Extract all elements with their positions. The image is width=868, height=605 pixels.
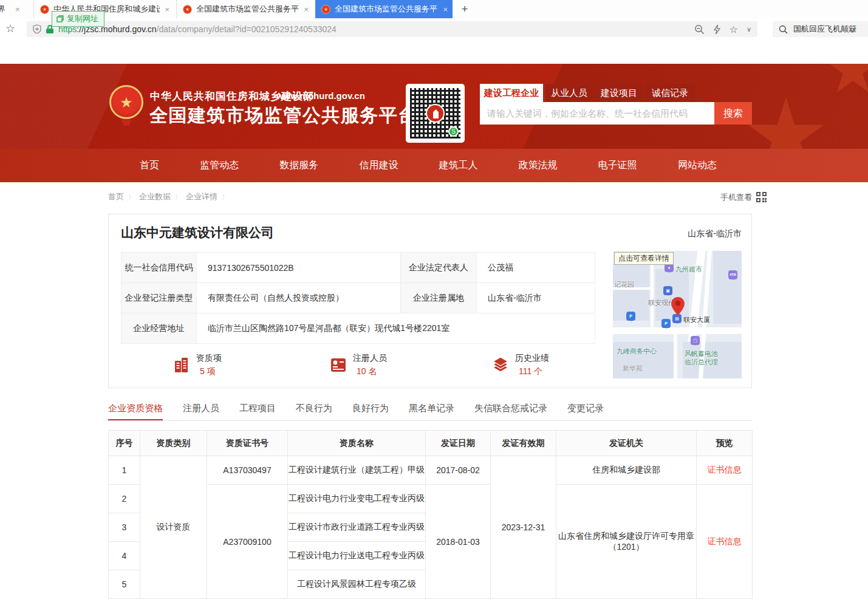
- tab-dishonesty[interactable]: 失信联合惩戒记录: [474, 403, 547, 420]
- cell-cert-no: A237009100: [207, 485, 288, 599]
- wechat-mini-icon: S: [448, 126, 459, 137]
- tab-blacklist[interactable]: 黑名单记录: [409, 403, 454, 420]
- cell-qual-name: 工程设计市政行业道路工程专业丙级: [288, 513, 426, 542]
- emblem-favicon-icon: ★: [40, 5, 49, 14]
- nav-policy[interactable]: 政策法规: [519, 159, 558, 172]
- crumb-company-data[interactable]: 企业数据: [139, 192, 171, 201]
- tab-close-icon[interactable]: ×: [443, 5, 448, 14]
- crumb-home[interactable]: 首页: [108, 192, 124, 201]
- authority-line: 山东省住房和城乡建设厅许可专用章: [556, 531, 696, 542]
- table-row: 1 设计资质 A137030497 工程设计建筑行业（建筑工程）甲级 2017-…: [109, 456, 753, 485]
- stat-qualifications[interactable]: 资质项 5 项: [173, 353, 222, 377]
- cell-authority: 住房和城乡建设部: [556, 456, 697, 485]
- url-field[interactable]: https://jzsc.mohurd.gov.cn/data/company/…: [27, 21, 757, 37]
- stat-history-performance[interactable]: 历史业绩 111 个: [491, 353, 549, 377]
- cert-info-link[interactable]: 证书信息: [708, 536, 742, 546]
- info-value: 山东省-临沂市: [477, 283, 595, 313]
- cell-issue-date: 2017-08-02: [426, 456, 491, 485]
- tab-title: 全国建筑市场监管公共服务平台: [196, 4, 299, 15]
- cell-seq: 2: [109, 485, 140, 513]
- tab-registered-personnel[interactable]: 注册人员: [183, 403, 219, 420]
- stat-value: 10 名: [353, 366, 387, 377]
- chevron-down-icon[interactable]: ∨: [747, 26, 751, 33]
- bookmark-star-icon[interactable]: ☆: [5, 22, 15, 35]
- nav-e-license[interactable]: 电子证照: [598, 159, 637, 172]
- info-value: 临沂市兰山区陶然路107号星河晶都（联安）现代城1号楼2201室: [197, 313, 595, 344]
- authority-line: （1201）: [556, 542, 696, 553]
- lightning-icon[interactable]: [713, 24, 721, 35]
- copy-url-tooltip[interactable]: 复制网址: [52, 11, 104, 27]
- search-tab-enterprise[interactable]: 建设工程企业: [480, 84, 543, 102]
- tab-close-icon[interactable]: ×: [304, 5, 309, 14]
- atm-poi-icon: ATM: [728, 270, 737, 279]
- nav-data-service[interactable]: 数据服务: [279, 159, 318, 172]
- tab-bad-behavior[interactable]: 不良行为: [296, 403, 332, 420]
- search-icon: [779, 25, 788, 34]
- tab-change-records[interactable]: 变更记录: [567, 403, 604, 420]
- location-map[interactable]: 点击可查看详情 ♦ 九州超市 ATM 记花园 ▣ 联安现代城 ▤ 联安大厦 P …: [613, 251, 742, 378]
- map-label: 风帆蓄电池: [685, 349, 718, 358]
- company-card: 山东中元建筑设计有限公司 山东省-临沂市 统一社会信用代码 9137130267…: [108, 214, 752, 388]
- breadcrumb-separator: 〉: [222, 193, 228, 200]
- nav-home[interactable]: 首页: [140, 159, 159, 172]
- stat-registered-personnel[interactable]: 注册人员 10 名: [329, 353, 387, 377]
- search-tab-project[interactable]: 建设项目: [595, 84, 643, 102]
- map-tooltip[interactable]: 点击可查看详情: [614, 252, 674, 265]
- breadcrumb-separator: 〉: [128, 193, 135, 200]
- tab-projects[interactable]: 工程项目: [239, 403, 276, 420]
- tab-close-icon[interactable]: ×: [15, 5, 20, 14]
- cell-qual-name: 工程设计风景园林工程专项乙级: [288, 570, 426, 599]
- crumb-company-detail[interactable]: 企业详情: [186, 192, 217, 201]
- info-label: 企业经营地址: [121, 313, 197, 344]
- new-tab-button[interactable]: +: [457, 1, 473, 17]
- tab-good-behavior[interactable]: 良好行为: [352, 403, 389, 420]
- favorite-star-icon[interactable]: ☆: [730, 24, 738, 35]
- cert-info-link[interactable]: 证书信息: [708, 465, 742, 474]
- id-card-icon: [329, 356, 347, 374]
- main-nav: 首页 监管动态 数据服务 信用建设 建筑工人 政策法规 电子证照 网站动态: [0, 149, 868, 182]
- tab-qualifications[interactable]: 企业资质资格: [108, 403, 163, 420]
- info-value: 有限责任公司（自然人投资或控股）: [197, 283, 401, 313]
- residence-poi-icon: ▣: [663, 286, 672, 295]
- cell-qual-name: 工程设计建筑行业（建筑工程）甲级: [288, 456, 426, 485]
- map-block: [713, 251, 742, 324]
- nav-site-news[interactable]: 网站动态: [678, 159, 717, 172]
- search-button[interactable]: 搜索: [714, 102, 752, 125]
- cell-valid-until: 2023-12-31: [491, 456, 556, 599]
- search-tab-credit[interactable]: 诚信记录: [645, 84, 695, 102]
- browser-search-box[interactable]: 国航回应飞机颠簸: [773, 21, 868, 37]
- breadcrumb: 首页〉企业数据〉企业详情〉: [108, 191, 233, 202]
- search-tab-personnel[interactable]: 从业人员: [545, 84, 593, 102]
- shield-icon[interactable]: [33, 24, 41, 34]
- info-label: 企业法定代表人: [401, 253, 477, 283]
- info-label: 统一社会信用代码: [121, 253, 197, 283]
- map-road: [613, 327, 742, 334]
- qr-center-logo-icon: [426, 104, 445, 123]
- cell-qual-name: 工程设计电力行业送电工程专业丙级: [288, 542, 426, 570]
- cell-seq: 4: [109, 542, 140, 570]
- qualification-table: 序号 资质类别 资质证书号 资质名称 发证日期 发证有效期 发证机关 预览 1 …: [108, 430, 753, 599]
- tab-close-icon[interactable]: ×: [165, 5, 169, 14]
- nav-credit[interactable]: 信用建设: [359, 159, 398, 172]
- browser-tab-clipped[interactable]: 界 ×: [0, 0, 32, 18]
- col-cert-no: 资质证书号: [207, 431, 288, 456]
- mobile-view[interactable]: 手机查看: [570, 192, 752, 203]
- map-label: 新华苑: [623, 364, 643, 373]
- info-value: 公茂福: [477, 253, 595, 283]
- nav-workers[interactable]: 建筑工人: [439, 159, 478, 172]
- browser-tab-jzsc-1[interactable]: ★ 全国建筑市场监管公共服务平台 ×: [176, 0, 313, 18]
- cell-cert-no: A137030497: [207, 456, 288, 485]
- company-name: 山东中元建筑设计有限公司: [121, 224, 274, 241]
- browser-tab-jzsc-active[interactable]: ★ 全国建筑市场监管公共服务平台 ×: [315, 0, 453, 18]
- header-qr-code: S: [406, 84, 465, 143]
- parking-icon: P: [661, 319, 671, 328]
- hot-search-text[interactable]: 国航回应飞机颠簸: [793, 24, 856, 35]
- zoom-out-icon[interactable]: [694, 24, 705, 35]
- browser-tab-bar: 界 × ★ 中华人民共和国住房和城乡建设 × ★ 全国建筑市场监管公共服务平台 …: [0, 0, 868, 18]
- nav-supervision[interactable]: 监管动态: [200, 159, 239, 172]
- qr-code-icon[interactable]: [756, 192, 767, 202]
- company-region: 山东省-临沂市: [688, 228, 742, 239]
- cell-seq: 1: [109, 456, 140, 485]
- keyword-input[interactable]: [480, 102, 714, 125]
- flag-star-decoration: [747, 97, 825, 149]
